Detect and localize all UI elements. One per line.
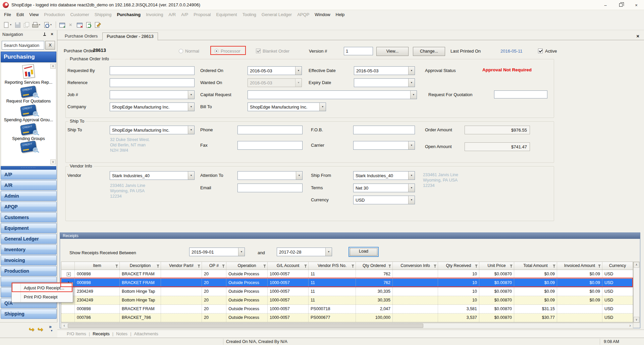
tab-purchase-orders[interactable]: Purchase Orders (61, 32, 102, 41)
expand-plus-icon[interactable]: + (67, 272, 71, 276)
horizontal-scrollbar[interactable]: ‹ › (61, 323, 633, 329)
nav-cat-admin[interactable]: Admin (1, 191, 57, 201)
table-row[interactable]: 000786BRACKET_78620Outside Process1000-0… (61, 314, 633, 322)
fax-input[interactable] (237, 141, 303, 150)
refresh-button[interactable] (84, 21, 92, 29)
search-clear-button[interactable]: X (45, 41, 55, 50)
date-from-combo[interactable]: 2015-09-01▼ (189, 248, 245, 256)
column-header-vendor-p-s-no[interactable]: Vendor P/S No. (309, 262, 356, 270)
menu-proposal[interactable]: Proposal (191, 10, 213, 19)
date-to-combo[interactable]: 2017-02-28▼ (277, 248, 332, 256)
effective-date-combo[interactable]: 2016-05-03▼ (354, 66, 415, 75)
scroll-up-icon[interactable]: ∧ (634, 262, 639, 268)
table-row[interactable]: +000898BRACKET FRAM20Outside Process1000… (61, 270, 633, 279)
edit-form-button[interactable] (93, 21, 101, 29)
chevron-down-icon[interactable]: ▼ (408, 196, 415, 204)
chevron-down-icon[interactable]: ▼ (408, 171, 415, 180)
copy-button[interactable] (22, 21, 30, 29)
chevron-down-icon[interactable]: ▼ (295, 67, 302, 75)
nav-arrow-icon[interactable]: ↪ (38, 325, 43, 333)
chevron-down-icon[interactable]: ▼ (188, 171, 194, 180)
vertical-scrollbar[interactable]: ∧ ∨ (633, 262, 640, 323)
scroll-down-icon[interactable]: ∨ (634, 317, 639, 323)
nav-cat-shipping[interactable]: Shipping (1, 309, 57, 319)
nav-cat-general-ledger[interactable]: General Ledger (1, 234, 57, 244)
ship-from-combo[interactable]: Stark Industries_40▼ (353, 171, 415, 180)
chevron-down-icon[interactable]: ▼ (238, 248, 245, 256)
menu-shipping[interactable]: Shipping (92, 10, 114, 19)
search-input[interactable] (2, 41, 44, 50)
chevron-down-icon[interactable]: ▼ (319, 103, 326, 111)
bottom-tab-receipts[interactable]: Receipts (90, 331, 112, 336)
grid-add-button[interactable] (58, 21, 66, 29)
restore-button[interactable] (613, 0, 629, 10)
menu-a-p[interactable]: A/P (178, 10, 191, 19)
requested-by-input[interactable] (110, 66, 195, 75)
menu-tooling[interactable]: Tooling (240, 10, 259, 19)
column-header-unit-price[interactable]: Unit Price (479, 262, 514, 270)
attention-to-combo[interactable]: ▼ (237, 171, 303, 180)
normal-radio[interactable] (179, 49, 183, 53)
minimize-button[interactable]: – (598, 0, 613, 10)
nav-overflow-icon[interactable]: » (49, 324, 52, 329)
nav-splitter-handle[interactable]: ········· (1, 166, 56, 169)
save-button[interactable] (13, 21, 21, 29)
print-preview-button[interactable]: ▼ (42, 21, 53, 29)
context-menu-item-adjust-p-o-receipt[interactable]: Adjust P/O Receipt... (12, 283, 73, 292)
nav-section-purchasing[interactable]: Purchasing (1, 52, 56, 62)
chevron-down-icon[interactable]: ▼ (188, 126, 194, 134)
scroll-left-icon[interactable]: ‹ (61, 323, 67, 328)
menu-a-r[interactable]: A/R (166, 10, 179, 19)
view-button[interactable]: View... (376, 47, 409, 56)
nav-item-request-for-quotations[interactable]: Request For Quotations (1, 87, 56, 104)
menu-invoicing[interactable]: Invoicing (143, 10, 166, 19)
table-row[interactable]: 000898BRACKET FRAM20Outside Process1000-… (61, 279, 633, 287)
filter-icon[interactable] (598, 265, 601, 266)
column-header-total-amount[interactable]: Total Amount (514, 262, 557, 270)
column-header-op[interactable]: OP # (202, 262, 226, 270)
blanket-order-checkbox[interactable] (256, 49, 261, 53)
processor-radio[interactable] (214, 49, 219, 53)
scroll-right-icon[interactable]: › (627, 323, 633, 328)
carrier-combo[interactable]: ▼ (353, 141, 415, 150)
pin-icon[interactable] (43, 32, 47, 37)
print-button[interactable]: ▼ (31, 21, 42, 29)
company-combo[interactable]: ShopEdge Manufacturing Inc.▼ (110, 102, 195, 111)
nav-cat-production[interactable]: Production (1, 266, 57, 276)
scrollbar-thumb[interactable] (68, 324, 423, 328)
column-header-invoiced-amount[interactable]: Invoiced Amount (557, 262, 602, 270)
load-button[interactable]: Load (348, 247, 379, 257)
rfq-input[interactable] (494, 90, 547, 98)
column-header-g-l-account[interactable]: G/L Account (268, 262, 309, 270)
bottom-tab-attachments[interactable]: Attachments (131, 331, 161, 336)
filter-icon[interactable] (475, 265, 478, 266)
version-input[interactable] (344, 47, 373, 55)
filter-icon[interactable] (157, 265, 159, 266)
vendor-combo[interactable]: Stark Industries_40▼ (110, 171, 195, 180)
nav-cat-inventory[interactable]: Inventory (1, 245, 57, 255)
filter-icon[interactable] (388, 265, 391, 266)
grid-delete-button[interactable] (75, 21, 84, 29)
filter-icon[interactable] (115, 265, 118, 266)
menu-file[interactable]: File (1, 10, 14, 19)
filter-icon[interactable] (352, 265, 354, 266)
bottom-tab-notes[interactable]: Notes (113, 331, 130, 336)
nav-cat-apqp[interactable]: APQP (1, 202, 57, 212)
column-header-description[interactable]: Description (120, 262, 161, 270)
context-menu-item-print-p-o-receipt[interactable]: Print P/O Receipt (12, 292, 73, 301)
column-header-currency[interactable]: Currency (602, 262, 633, 270)
table-row[interactable]: 2304249Bottom Hinge Tap20Outside Process… (61, 296, 633, 305)
menu-purchasing[interactable]: Purchasing (114, 10, 143, 19)
chevron-down-icon[interactable]: ▼ (325, 248, 332, 256)
change-button[interactable]: Change... (413, 47, 445, 56)
chevron-down-icon[interactable]: ▼ (408, 141, 415, 149)
scroll-up-icon[interactable]: ∧ (50, 64, 56, 69)
filter-icon[interactable] (304, 265, 307, 266)
nav-item-spending-approval-grou[interactable]: Spending Approval Grou... (1, 106, 56, 122)
menu-window[interactable]: Window (312, 10, 333, 19)
active-checkbox[interactable] (538, 49, 543, 53)
email-input[interactable] (237, 184, 303, 192)
phone-input[interactable] (237, 126, 303, 134)
column-header-conversion-info[interactable]: Conversion Info (393, 262, 438, 270)
filter-icon[interactable] (263, 265, 266, 266)
